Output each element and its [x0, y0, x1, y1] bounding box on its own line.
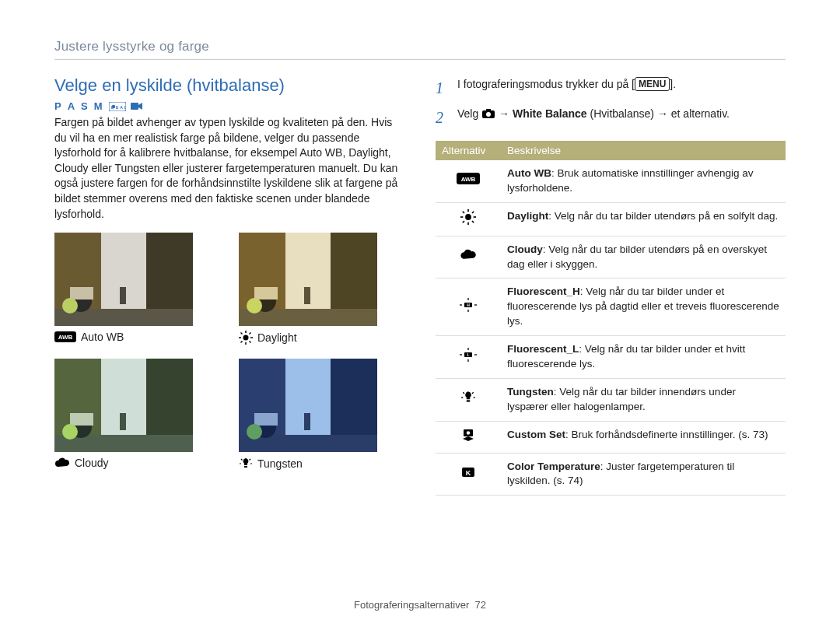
- option-title: Cloudy: [507, 243, 543, 255]
- option-title: Fluorescent_L: [507, 343, 579, 355]
- step-2-tail: et alternativ.: [668, 107, 730, 120]
- example-thumbnails: AWB Auto WB: [54, 233, 404, 471]
- svg-point-24: [243, 335, 249, 341]
- left-column: Velge en lyskilde (hvitbalanse) P A S M …: [54, 75, 404, 591]
- option-title: Auto WB: [507, 167, 551, 179]
- step-1-post: ].: [670, 78, 676, 90]
- step-2-text: Velg → White Balance (Hvitbalanse) → et …: [457, 105, 730, 130]
- svg-text:AWB: AWB: [461, 176, 476, 183]
- option-title: Daylight: [507, 210, 548, 222]
- option-description: Tungsten: Velg når du tar bilder innendø…: [501, 378, 786, 421]
- svg-point-58: [486, 112, 491, 117]
- two-column-layout: Velge en lyskilde (hvitbalanse) P A S M …: [54, 75, 786, 591]
- table-row: KColor Temperature: Juster fargetemperat…: [436, 453, 786, 496]
- mode-indicators: P A S M DUAL: [54, 100, 404, 112]
- thumb-daylight: Daylight: [239, 233, 377, 345]
- section-title: Velge en lyskilde (hvitbalanse): [54, 75, 404, 96]
- step-number: 2: [436, 105, 450, 130]
- mode-m: M: [94, 100, 104, 112]
- option-desc-text: : Velg når du tar bilder utendørs på en …: [548, 210, 778, 222]
- sun-icon: [239, 331, 253, 345]
- option-desc-text: : Bruk forhåndsdefinerte innstillinger. …: [565, 429, 768, 440]
- mode-movie-icon: [131, 102, 143, 110]
- table-row: AWBAuto WB: Bruk automatiske innstilling…: [436, 160, 786, 202]
- example-image-tungsten: [239, 359, 377, 452]
- awb-icon: AWB: [436, 160, 501, 202]
- step-2: 2 Velg → White Balance (Hvitbalanse) → e…: [436, 105, 786, 130]
- svg-text:H: H: [467, 303, 470, 307]
- table-header-option: Alternativ: [436, 141, 501, 160]
- svg-line-32: [241, 342, 243, 343]
- svg-line-55: [250, 459, 251, 461]
- svg-point-11: [62, 298, 78, 313]
- thumb-label: Daylight: [257, 331, 297, 344]
- svg-rect-10: [70, 287, 93, 299]
- options-table: Alternativ Beskrivelse AWBAuto WB: Bruk …: [436, 141, 786, 496]
- option-desc-text: : Velg når du tar bilder utendørs på en …: [507, 243, 767, 270]
- svg-rect-23: [304, 287, 310, 304]
- thumb-label: Auto WB: [81, 331, 124, 343]
- example-image-cloudy: [54, 359, 193, 452]
- option-title: Fluorescent_H: [507, 285, 580, 297]
- breadcrumb: Justere lysstyrke og farge: [54, 39, 786, 60]
- svg-line-85: [463, 392, 464, 394]
- option-title: Custom Set: [507, 429, 565, 440]
- right-column: 1 I fotograferingsmodus trykker du på [M…: [436, 75, 786, 591]
- thumb-cloudy: Cloudy: [54, 359, 193, 471]
- step-2-pre: Velg: [457, 107, 481, 120]
- option-description: Fluorescent_H: Velg når du tar bilder un…: [501, 278, 786, 336]
- fluol-icon: L: [436, 336, 501, 379]
- svg-rect-82: [467, 400, 470, 401]
- svg-line-30: [250, 342, 251, 343]
- table-row: Custom Set: Bruk forhåndsdefinerte innst…: [436, 421, 786, 453]
- svg-line-31: [250, 333, 251, 335]
- example-image-daylight: [239, 233, 377, 326]
- table-row: Cloudy: Velg når du tar bilder utendørs …: [436, 236, 786, 278]
- svg-point-49: [247, 424, 262, 440]
- sun-icon: [436, 202, 501, 236]
- option-description: Color Temperature: Juster fargetemperatu…: [501, 453, 786, 496]
- custom-icon: [436, 421, 501, 453]
- svg-text:L: L: [467, 352, 469, 357]
- step-2-mid: (Hvitbalanse): [587, 107, 657, 120]
- svg-point-22: [247, 298, 262, 313]
- svg-text:AWB: AWB: [58, 334, 73, 341]
- svg-line-69: [463, 221, 464, 222]
- table-row: LFluorescent_L: Velg når du tar bilder u…: [436, 336, 786, 379]
- step-1-pre: I fotograferingsmodus trykker du på [: [457, 78, 635, 90]
- example-image-auto-wb: [54, 233, 193, 326]
- bulb-icon: [239, 457, 253, 471]
- mode-s: S: [81, 100, 89, 112]
- awb-icon: AWB: [54, 331, 76, 342]
- svg-text:DUAL: DUAL: [111, 105, 126, 110]
- option-title: Tungsten: [507, 386, 554, 398]
- camera-icon: [481, 108, 495, 119]
- svg-rect-39: [70, 413, 93, 426]
- svg-line-66: [463, 212, 464, 213]
- option-description: Daylight: Velg når du tar bilder utendør…: [501, 202, 786, 236]
- thumb-tungsten: Tungsten: [239, 359, 377, 471]
- svg-line-68: [472, 212, 474, 213]
- cloud-icon: [54, 457, 70, 468]
- thumb-auto-wb: AWB Auto WB: [54, 233, 193, 345]
- svg-line-67: [472, 221, 474, 222]
- svg-line-86: [472, 392, 474, 394]
- option-description: Custom Set: Bruk forhåndsdefinerte innst…: [501, 421, 786, 453]
- svg-rect-51: [244, 466, 247, 468]
- svg-rect-3: [131, 103, 138, 110]
- steps-list: 1 I fotograferingsmodus trykker du på [M…: [436, 75, 786, 130]
- mode-p: P: [54, 100, 63, 112]
- mode-a: A: [68, 100, 76, 112]
- svg-rect-41: [120, 413, 126, 430]
- svg-point-61: [465, 214, 471, 220]
- svg-point-40: [62, 424, 78, 440]
- table-header-description: Beskrivelse: [501, 141, 786, 160]
- svg-rect-21: [254, 287, 278, 299]
- thumb-label: Tungsten: [257, 457, 303, 470]
- menu-badge: MENU: [635, 77, 670, 91]
- page-footer: Fotograferingsalternativer 72: [54, 591, 786, 611]
- option-description: Fluorescent_L: Velg når du tar bilder un…: [501, 336, 786, 379]
- option-description: Cloudy: Velg når du tar bilder utendørs …: [501, 236, 786, 278]
- arrow-icon: →: [499, 107, 509, 120]
- svg-rect-50: [304, 413, 310, 430]
